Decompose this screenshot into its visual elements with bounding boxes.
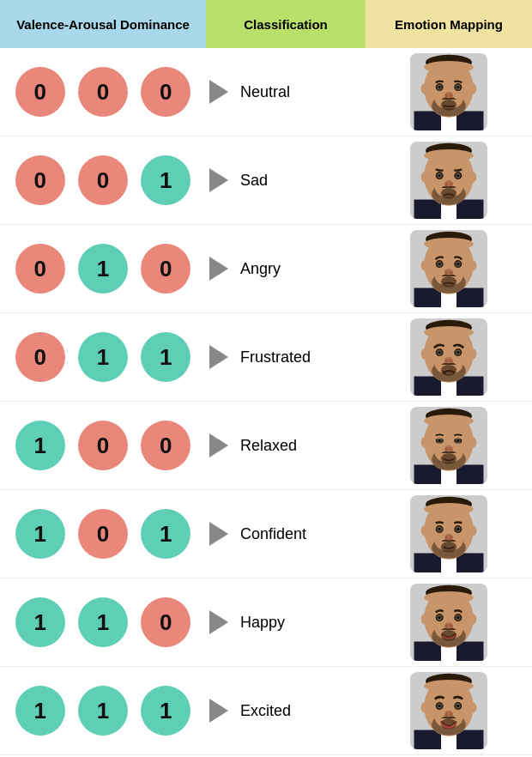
arrow-angry xyxy=(206,257,232,281)
svg-point-116 xyxy=(449,536,453,540)
dominance-circle-relaxed: 0 xyxy=(141,421,190,470)
arousal-circle-happy: 1 xyxy=(78,597,128,647)
arousal-circle-neutral: 0 xyxy=(78,67,128,117)
header-vad: Valence-Arousal Dominance xyxy=(0,0,206,48)
arrow-neutral xyxy=(206,80,232,104)
svg-point-11 xyxy=(438,86,441,89)
svg-point-155 xyxy=(444,712,449,717)
dominance-circle-sad: 1 xyxy=(141,155,190,205)
arrow-right-icon xyxy=(209,345,228,369)
arousal-circle-confident: 0 xyxy=(78,509,128,559)
svg-point-38 xyxy=(421,172,429,183)
svg-point-133 xyxy=(456,616,460,620)
svg-point-113 xyxy=(456,528,460,531)
dominance-circle-neutral: 0 xyxy=(141,67,190,117)
svg-point-35 xyxy=(449,182,453,186)
svg-point-153 xyxy=(456,705,460,708)
arrow-confident xyxy=(206,522,232,546)
svg-point-39 xyxy=(469,172,476,183)
face-image-angry xyxy=(366,230,532,307)
svg-point-51 xyxy=(438,263,441,266)
svg-point-158 xyxy=(424,680,474,692)
face-image-confident xyxy=(366,495,532,572)
svg-point-112 xyxy=(438,528,441,531)
svg-point-152 xyxy=(438,705,441,708)
arousal-circle-angry: 1 xyxy=(78,244,128,294)
valence-circle-neutral: 0 xyxy=(15,67,65,117)
header-row: Valence-Arousal Dominance Classification… xyxy=(0,0,532,48)
svg-point-136 xyxy=(449,624,453,628)
svg-point-12 xyxy=(456,86,460,89)
svg-point-58 xyxy=(421,260,429,271)
svg-point-34 xyxy=(444,182,449,186)
face-image-relaxed xyxy=(366,407,532,484)
svg-point-72 xyxy=(456,351,460,354)
face-image-sad xyxy=(366,142,532,219)
face-image-frustrated xyxy=(366,318,532,396)
svg-point-18 xyxy=(421,83,429,94)
face-placeholder-confident xyxy=(410,495,487,572)
arousal-circle-frustrated: 1 xyxy=(78,332,128,382)
svg-point-74 xyxy=(444,359,449,363)
svg-point-98 xyxy=(424,415,474,427)
svg-point-118 xyxy=(424,503,474,515)
svg-point-96 xyxy=(449,447,453,451)
svg-point-139 xyxy=(421,614,429,625)
svg-point-119 xyxy=(421,525,429,536)
svg-point-17 xyxy=(424,61,474,73)
svg-point-156 xyxy=(449,712,453,717)
arrow-right-icon xyxy=(209,80,228,104)
svg-point-132 xyxy=(438,616,441,620)
face-placeholder-relaxed xyxy=(410,407,487,484)
rows-container: 0 0 0 Neutral xyxy=(0,48,532,755)
valence-circle-angry: 0 xyxy=(15,244,65,294)
face-placeholder-frustrated xyxy=(410,318,487,396)
arrow-happy xyxy=(206,610,232,634)
vad-section-happy: 1 1 0 xyxy=(0,597,206,647)
svg-point-75 xyxy=(449,359,453,363)
dominance-circle-confident: 1 xyxy=(141,509,190,559)
emotion-row-excited: 1 1 1 Excited xyxy=(0,667,532,755)
svg-point-14 xyxy=(444,94,449,98)
arrow-right-icon xyxy=(209,168,228,192)
vad-section-frustrated: 0 1 1 xyxy=(0,332,206,382)
face-placeholder-angry xyxy=(410,230,487,307)
svg-point-80 xyxy=(469,348,476,360)
svg-point-78 xyxy=(424,326,474,338)
emotion-row-happy: 1 1 0 Happy xyxy=(0,578,532,667)
valence-circle-frustrated: 0 xyxy=(15,332,65,382)
dominance-circle-frustrated: 1 xyxy=(141,332,190,382)
vad-section-neutral: 0 0 0 xyxy=(0,67,206,117)
svg-point-160 xyxy=(469,702,476,713)
svg-point-99 xyxy=(421,437,429,448)
face-placeholder-neutral xyxy=(410,53,487,130)
emotion-row-neutral: 0 0 0 Neutral xyxy=(0,48,532,136)
arrow-right-icon xyxy=(209,699,228,723)
svg-point-57 xyxy=(424,238,474,250)
emotion-label-confident: Confident xyxy=(232,525,366,543)
arousal-circle-relaxed: 0 xyxy=(78,421,128,470)
svg-point-138 xyxy=(424,591,474,603)
header-classification: Classification xyxy=(206,0,366,48)
svg-point-6 xyxy=(441,100,456,111)
face-image-excited xyxy=(366,672,532,749)
vad-section-confident: 1 0 1 xyxy=(0,509,206,559)
face-image-neutral xyxy=(366,53,532,130)
svg-point-37 xyxy=(424,149,474,161)
arrow-right-icon xyxy=(209,433,228,457)
arousal-circle-excited: 1 xyxy=(78,686,128,736)
svg-point-79 xyxy=(421,348,429,360)
svg-point-59 xyxy=(469,260,476,271)
emotion-label-sad: Sad xyxy=(232,172,366,190)
emotion-row-angry: 0 1 0 Angry xyxy=(0,225,532,313)
valence-circle-happy: 1 xyxy=(15,597,65,647)
svg-point-93 xyxy=(456,439,460,443)
arrow-relaxed xyxy=(206,433,232,457)
valence-circle-relaxed: 1 xyxy=(15,421,65,470)
arrow-excited xyxy=(206,699,232,723)
vad-section-angry: 0 1 0 xyxy=(0,244,206,294)
header-emotion-mapping: Emotion Mapping xyxy=(366,0,532,48)
svg-point-46 xyxy=(441,276,456,288)
svg-point-71 xyxy=(438,351,441,354)
svg-point-100 xyxy=(469,437,476,448)
